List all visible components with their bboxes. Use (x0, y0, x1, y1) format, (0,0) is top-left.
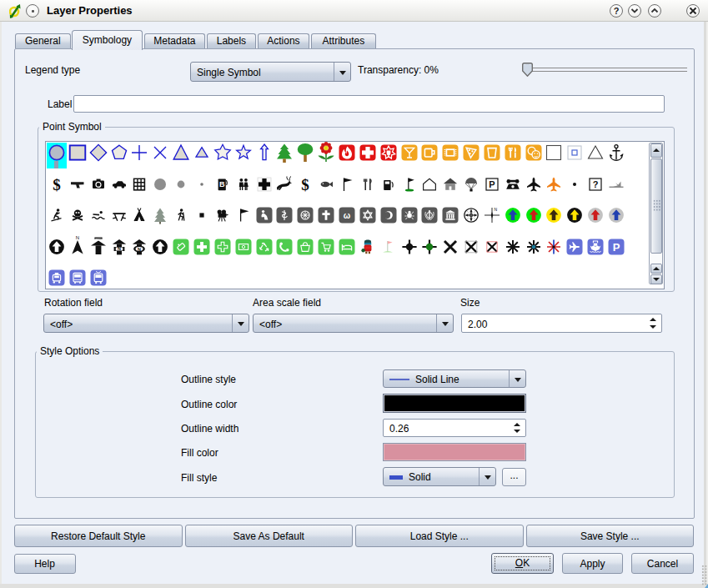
svg-text:$: $ (53, 175, 61, 193)
svg-text:ω: ω (344, 211, 351, 220)
svg-text:B: B (219, 180, 225, 188)
svg-text:?: ? (614, 7, 620, 16)
svg-text:P: P (489, 179, 495, 189)
svg-text:P: P (613, 240, 620, 253)
svg-text:$: $ (301, 175, 309, 193)
svg-text:N: N (76, 236, 79, 240)
svg-text:N: N (138, 246, 141, 251)
svg-text:N: N (494, 207, 497, 212)
svg-text:?: ? (593, 179, 599, 189)
svg-text:N: N (118, 246, 121, 251)
